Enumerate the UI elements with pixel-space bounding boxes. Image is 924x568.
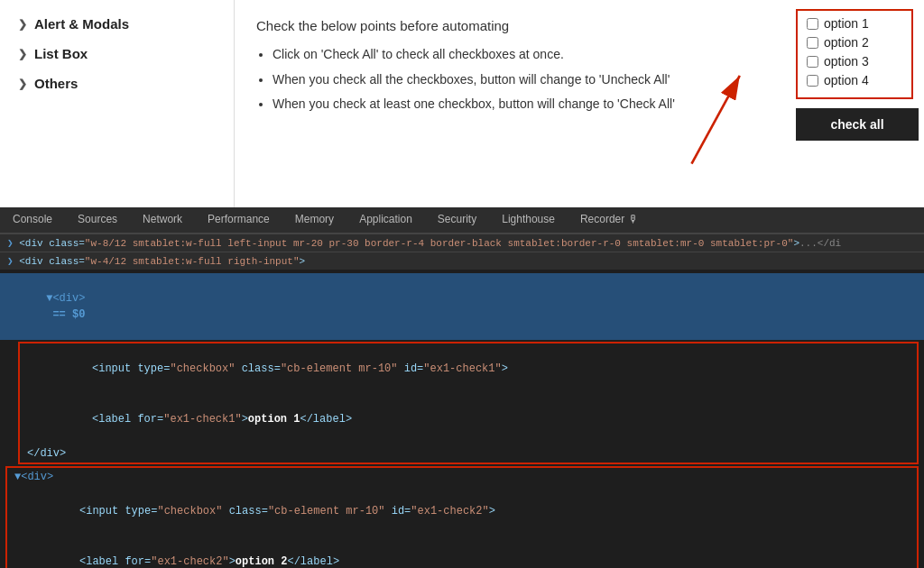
check-all-button[interactable]: check all xyxy=(796,108,919,141)
sidebar-item-alert-modals[interactable]: ❯ Alert & Modals xyxy=(14,9,219,39)
chevron-right-icon: ❯ xyxy=(18,48,27,60)
devtools-tabs: Console Sources Network Performance Memo… xyxy=(0,207,924,234)
tab-lighthouse[interactable]: Lighthouse xyxy=(489,207,568,233)
sidebar-item-label: List Box xyxy=(34,46,88,61)
sidebar-item-list-box[interactable]: ❯ List Box xyxy=(14,39,219,69)
chevron-right-icon: ❯ xyxy=(18,78,27,90)
breadcrumb-tag: ❯ xyxy=(7,238,14,249)
option-1-label: option 1 xyxy=(824,16,869,31)
instruction-3: When you check at least one checkbox, bu… xyxy=(273,96,774,114)
section-title: Check the below points before automating xyxy=(256,18,774,33)
devtools-breadcrumb-1: ❯ <div class="w-8/12 smtablet:w-full lef… xyxy=(0,234,924,252)
checkbox-option-2[interactable]: option 2 xyxy=(807,35,902,50)
tab-console[interactable]: Console xyxy=(0,207,65,233)
checkbox-3[interactable] xyxy=(807,56,818,68)
checkbox-2[interactable] xyxy=(807,37,818,49)
checkbox-4[interactable] xyxy=(807,75,818,87)
tab-security[interactable]: Security xyxy=(425,207,489,233)
code-line: <label for="ex1-check1">option 1</label> xyxy=(20,394,917,444)
tab-application[interactable]: Application xyxy=(346,207,425,233)
tab-sources[interactable]: Sources xyxy=(65,207,130,233)
checkbox-option-1[interactable]: option 1 xyxy=(807,16,902,31)
code-line: ▼<div> xyxy=(7,468,917,486)
code-line: <label for="ex1-check2">option 2</label> xyxy=(7,536,917,568)
code-line: <input type="checkbox" class="cb-element… xyxy=(7,486,917,536)
option-3-label: option 3 xyxy=(824,54,869,69)
sidebar-item-others[interactable]: ❯ Others xyxy=(14,69,219,98)
checkbox-1[interactable] xyxy=(807,18,818,30)
instructions-list: Click on 'Check All' to check all checkb… xyxy=(273,46,774,114)
tab-performance[interactable]: Performance xyxy=(195,207,282,233)
instruction-2: When you check all the checkboxes, butto… xyxy=(273,71,774,89)
code-highlight-block-1: <input type="checkbox" class="cb-element… xyxy=(18,342,919,464)
right-panel-wrapper: option 1 option 2 option 3 option 4 chec… xyxy=(796,4,919,207)
code-line: </div> xyxy=(20,444,917,463)
checkbox-option-3[interactable]: option 3 xyxy=(807,54,902,69)
option-2-label: option 2 xyxy=(824,35,869,50)
sidebar-item-label: Others xyxy=(34,76,78,91)
code-selected-div: ▼<div> == $0 xyxy=(0,273,924,340)
checkbox-option-4[interactable]: option 4 xyxy=(807,73,902,87)
main-content: Check the below points before automating… xyxy=(235,0,796,207)
tab-network[interactable]: Network xyxy=(130,207,195,233)
code-line: <input type="checkbox" class="cb-element… xyxy=(20,344,917,394)
option-4-label: option 4 xyxy=(824,73,869,87)
sidebar-item-label: Alert & Modals xyxy=(34,16,129,32)
code-highlight-block-2: ▼<div> <input type="checkbox" class="cb-… xyxy=(5,466,919,568)
instruction-1: Click on 'Check All' to check all checkb… xyxy=(273,46,774,64)
sidebar: ❯ Alert & Modals ❯ List Box ❯ Others xyxy=(0,0,235,207)
devtools-code[interactable]: ▼<div> == $0 <input type="checkbox" clas… xyxy=(0,270,924,568)
devtools-breadcrumb-2: ❯ <div class="w-4/12 smtablet:w-full rig… xyxy=(0,252,924,270)
devtools-panel: Console Sources Network Performance Memo… xyxy=(0,207,924,568)
tab-memory[interactable]: Memory xyxy=(282,207,346,233)
tab-recorder[interactable]: Recorder 🎙 xyxy=(568,207,651,233)
chevron-right-icon: ❯ xyxy=(18,18,27,31)
breadcrumb-tag-2: ❯ xyxy=(7,256,14,267)
checkbox-panel: option 1 option 2 option 3 option 4 xyxy=(796,9,913,99)
